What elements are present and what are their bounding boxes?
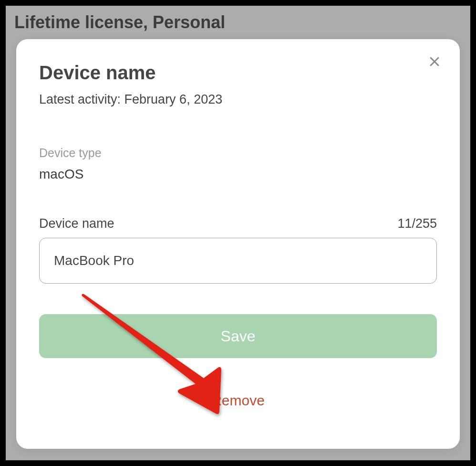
device-type-value: macOS bbox=[39, 167, 437, 182]
close-icon bbox=[427, 54, 442, 69]
device-type-label: Device type bbox=[39, 146, 437, 160]
save-button[interactable]: Save bbox=[39, 314, 437, 358]
device-type-group: Device type macOS bbox=[39, 146, 437, 182]
latest-activity-label: Latest activity: bbox=[39, 92, 124, 106]
latest-activity: Latest activity: February 6, 2023 bbox=[39, 92, 437, 107]
char-count: 11/255 bbox=[397, 216, 437, 231]
device-modal: Device name Latest activity: February 6,… bbox=[16, 39, 460, 449]
page-background: Lifetime license, Personal Device name L… bbox=[6, 6, 470, 460]
latest-activity-date: February 6, 2023 bbox=[124, 92, 223, 106]
modal-title: Device name bbox=[39, 62, 437, 84]
page-header: Lifetime license, Personal bbox=[6, 6, 470, 32]
device-name-label-row: Device name 11/255 bbox=[39, 216, 437, 231]
device-name-label: Device name bbox=[39, 216, 114, 231]
device-name-input[interactable] bbox=[39, 238, 437, 284]
close-button[interactable] bbox=[427, 54, 442, 71]
remove-button[interactable]: Remove bbox=[39, 392, 437, 409]
device-name-group: Device name 11/255 bbox=[39, 216, 437, 284]
